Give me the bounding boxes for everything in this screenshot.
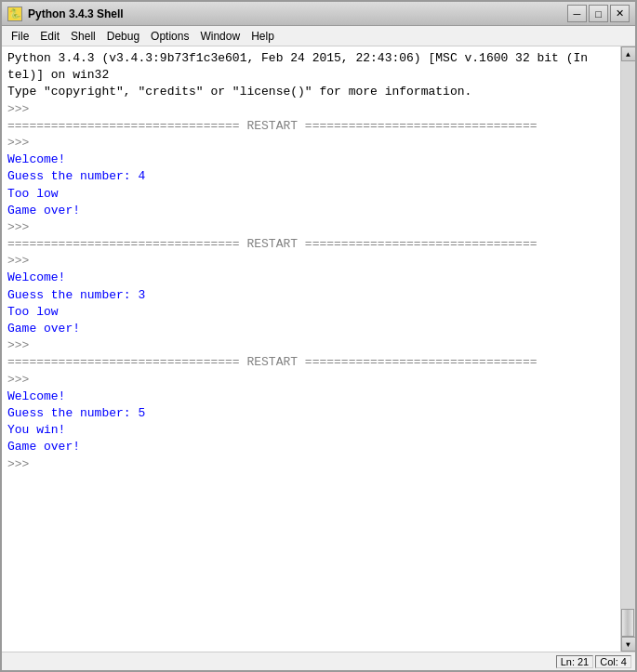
shell-line: >>> xyxy=(7,135,615,152)
maximize-button[interactable]: □ xyxy=(589,5,608,22)
title-bar-buttons: ─ □ ✕ xyxy=(567,5,630,22)
scroll-down-arrow[interactable]: ▼ xyxy=(621,637,636,652)
shell-wrapper: Python 3.4.3 (v3.4.3:9b73f1c3e601, Feb 2… xyxy=(2,46,635,652)
shell-line: Too low xyxy=(7,186,615,203)
shell-line: >>> xyxy=(7,219,615,236)
scrollbar[interactable]: ▲ ▼ xyxy=(620,46,635,652)
menu-item-edit[interactable]: Edit xyxy=(34,28,65,45)
menu-item-options[interactable]: Options xyxy=(145,28,194,45)
shell-line: ================================ RESTART… xyxy=(7,354,615,371)
shell-content: Python 3.4.3 (v3.4.3:9b73f1c3e601, Feb 2… xyxy=(7,50,615,648)
shell-line: You win! xyxy=(7,422,615,439)
menu-bar: FileEditShellDebugOptionsWindowHelp xyxy=(2,26,635,46)
shell-line: >>> xyxy=(7,101,615,118)
menu-item-file[interactable]: File xyxy=(6,28,34,45)
title-bar-left: 🐍 Python 3.4.3 Shell xyxy=(7,7,124,21)
shell-line: Guess the number: 3 xyxy=(7,287,615,304)
shell-line: Game over! xyxy=(7,439,615,455)
shell-line: Guess the number: 4 xyxy=(7,168,615,185)
menu-item-window[interactable]: Window xyxy=(194,28,246,45)
menu-item-help[interactable]: Help xyxy=(246,28,280,45)
shell-line: Welcome! xyxy=(7,389,615,405)
menu-item-debug[interactable]: Debug xyxy=(101,28,145,45)
title-bar: 🐍 Python 3.4.3 Shell ─ □ ✕ xyxy=(2,2,635,26)
shell-line: Too low xyxy=(7,304,615,321)
shell-line: Game over! xyxy=(7,203,615,219)
status-bar: Ln: 21 Col: 4 xyxy=(2,652,635,670)
shell-line: Type "copyright", "credits" or "license(… xyxy=(7,84,615,100)
scroll-track xyxy=(621,61,635,637)
shell-line: tel)] on win32 xyxy=(7,67,615,84)
app-icon: 🐍 xyxy=(7,7,22,21)
shell-line: >>> xyxy=(7,253,615,270)
scroll-thumb[interactable] xyxy=(621,609,634,637)
shell-line: Welcome! xyxy=(7,270,615,286)
shell-line: Guess the number: 5 xyxy=(7,405,615,422)
minimize-button[interactable]: ─ xyxy=(567,5,587,22)
shell-line: Game over! xyxy=(7,321,615,337)
shell-line: >>> xyxy=(7,337,615,354)
shell-line: Welcome! xyxy=(7,152,615,168)
shell-line: ================================ RESTART… xyxy=(7,118,615,135)
main-window: 🐍 Python 3.4.3 Shell ─ □ ✕ FileEditShell… xyxy=(0,0,637,672)
shell-line: Python 3.4.3 (v3.4.3:9b73f1c3e601, Feb 2… xyxy=(7,50,615,67)
window-title: Python 3.4.3 Shell xyxy=(28,7,124,20)
shell-line: ================================ RESTART… xyxy=(7,236,615,253)
shell-line: >>> xyxy=(7,456,615,473)
shell-area[interactable]: Python 3.4.3 (v3.4.3:9b73f1c3e601, Feb 2… xyxy=(2,46,620,652)
line-number: Ln: 21 xyxy=(556,655,594,668)
menu-item-shell[interactable]: Shell xyxy=(65,28,101,45)
scroll-up-arrow[interactable]: ▲ xyxy=(621,46,636,61)
shell-line: >>> xyxy=(7,372,615,389)
close-button[interactable]: ✕ xyxy=(610,5,630,22)
col-number: Col: 4 xyxy=(595,655,631,668)
